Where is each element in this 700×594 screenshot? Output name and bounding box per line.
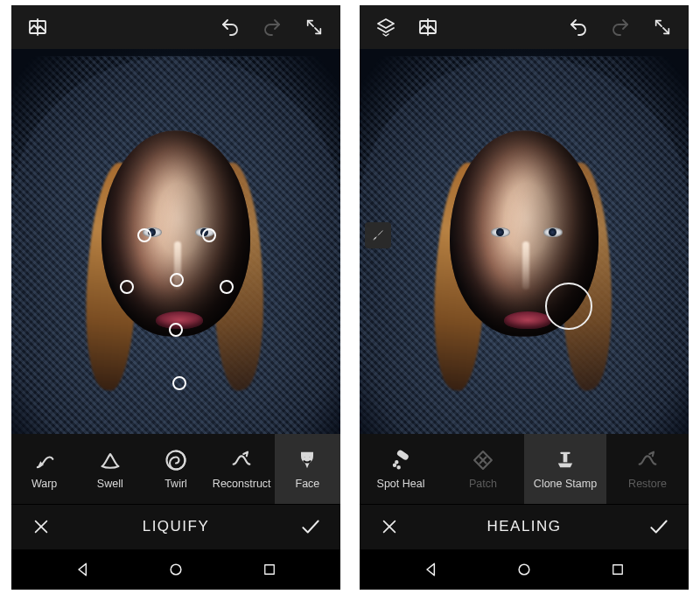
restore-icon: [635, 448, 660, 472]
face-icon: [295, 448, 319, 472]
redo-icon[interactable]: [253, 8, 291, 46]
svg-rect-13: [396, 449, 410, 461]
svg-point-15: [398, 466, 400, 468]
tool-restore[interactable]: Restore: [606, 434, 689, 504]
mode-bar: HEALING: [360, 504, 689, 549]
svg-rect-9: [264, 564, 274, 574]
image-canvas[interactable]: [11, 49, 340, 434]
tool-label: Face: [296, 478, 320, 490]
mode-title: LIQUIFY: [143, 518, 210, 535]
tool-swell[interactable]: Swell: [77, 434, 143, 504]
patch-icon: [471, 448, 495, 472]
image-compare-icon[interactable]: [18, 8, 57, 46]
screen-liquify: WarpSwellTwirlReconstructFace LIQUIFY: [11, 5, 340, 590]
svg-rect-20: [564, 452, 568, 462]
tool-spot-heal[interactable]: Spot Heal: [360, 434, 442, 504]
svg-point-24: [519, 564, 529, 575]
cancel-button[interactable]: [370, 507, 409, 546]
warp-icon: [32, 448, 57, 472]
tool-row: Spot HealPatchClone StampRestore: [360, 434, 689, 504]
tool-clone-stamp[interactable]: Clone Stamp: [524, 434, 606, 504]
redo-icon[interactable]: [601, 8, 640, 46]
nav-recent-icon[interactable]: [248, 552, 291, 587]
svg-point-16: [396, 461, 397, 463]
undo-icon[interactable]: [559, 8, 598, 46]
tool-label: Swell: [97, 478, 123, 490]
nav-back-icon[interactable]: [61, 552, 105, 587]
mode-bar: LIQUIFY: [11, 504, 340, 549]
android-navbar: [11, 549, 340, 590]
tool-label: Patch: [469, 478, 497, 490]
undo-icon[interactable]: [211, 8, 249, 46]
tool-label: Twirl: [164, 478, 187, 490]
tool-row: WarpSwellTwirlReconstructFace: [11, 434, 340, 504]
tool-label: Spot Heal: [377, 478, 425, 490]
tool-face[interactable]: Face: [275, 434, 340, 504]
mode-title: HEALING: [486, 518, 561, 535]
confirm-button[interactable]: [291, 507, 330, 546]
nav-recent-icon[interactable]: [596, 552, 640, 587]
swell-icon: [98, 448, 122, 472]
tool-twirl[interactable]: Twirl: [143, 434, 208, 504]
tool-label: Reconstruct: [213, 478, 271, 490]
nav-home-icon[interactable]: [154, 552, 198, 587]
nav-back-icon[interactable]: [410, 552, 453, 587]
image-canvas[interactable]: [360, 49, 689, 434]
svg-point-3: [304, 456, 306, 458]
reconstruct-icon: [229, 448, 254, 472]
top-toolbar: [11, 5, 340, 49]
tool-label: Warp: [32, 478, 57, 490]
tool-patch[interactable]: Patch: [442, 434, 524, 504]
tool-reconstruct[interactable]: Reconstruct: [209, 434, 275, 504]
fullscreen-icon[interactable]: [643, 8, 682, 46]
nav-home-icon[interactable]: [502, 552, 546, 587]
image-compare-icon[interactable]: [409, 8, 447, 46]
confirm-button[interactable]: [640, 507, 678, 546]
brush-settings-chip[interactable]: [365, 222, 391, 248]
clone-stamp-icon: [553, 448, 578, 472]
svg-marker-23: [427, 563, 434, 575]
cancel-button[interactable]: [22, 507, 60, 546]
twirl-icon: [164, 448, 188, 472]
spot-heal-icon: [388, 448, 413, 472]
clone-cursor[interactable]: [545, 283, 592, 330]
svg-point-8: [171, 564, 181, 575]
svg-point-14: [394, 464, 396, 465]
layers-icon[interactable]: [367, 8, 405, 46]
top-toolbar: [360, 5, 689, 49]
tool-warp[interactable]: Warp: [11, 434, 77, 504]
tool-label: Clone Stamp: [534, 478, 597, 490]
screen-healing: Spot HealPatchClone StampRestore HEALING: [360, 5, 689, 590]
tool-label: Restore: [628, 478, 667, 490]
svg-point-4: [309, 456, 312, 458]
svg-marker-10: [378, 19, 394, 28]
svg-marker-7: [79, 563, 86, 575]
android-navbar: [360, 549, 689, 590]
fullscreen-icon[interactable]: [295, 8, 333, 46]
svg-rect-25: [612, 564, 622, 574]
